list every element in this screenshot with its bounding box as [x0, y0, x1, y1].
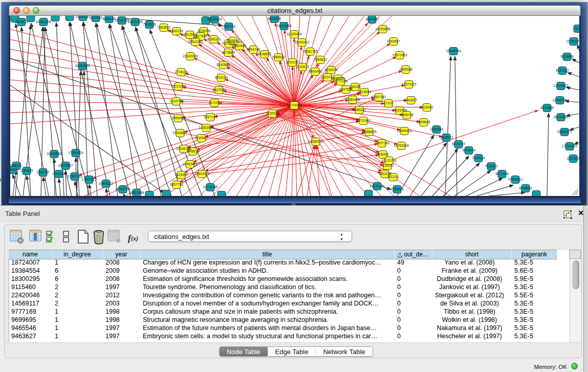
svg-text:3498224: 3498224: [186, 149, 200, 153]
svg-text:20206556: 20206556: [47, 152, 62, 156]
svg-text:16543382: 16543382: [188, 40, 203, 43]
svg-text:10653287: 10653287: [75, 16, 91, 18]
svg-text:19654923: 19654923: [397, 129, 412, 133]
svg-text:19384554: 19384554: [308, 140, 323, 143]
svg-text:252214: 252214: [387, 175, 399, 179]
svg-text:3226058: 3226058: [197, 29, 210, 33]
svg-text:9463627: 9463627: [404, 98, 418, 102]
svg-text:1835942: 1835942: [194, 136, 208, 140]
svg-text:10993489: 10993489: [182, 162, 198, 166]
svg-text:1167533: 1167533: [567, 157, 579, 160]
svg-text:8186323: 8186323: [207, 37, 221, 41]
svg-text:9115460: 9115460: [420, 105, 433, 109]
svg-text:18807249: 18807249: [374, 141, 389, 145]
svg-text:10975867: 10975867: [58, 164, 73, 167]
svg-text:5938923: 5938923: [440, 136, 453, 139]
svg-text:2803144: 2803144: [214, 76, 228, 79]
svg-text:1965493: 1965493: [171, 116, 185, 120]
svg-text:417004: 417004: [209, 101, 220, 104]
svg-text:12905135: 12905135: [67, 174, 82, 178]
svg-text:2087682: 2087682: [365, 17, 379, 21]
svg-text:16154838: 16154838: [375, 27, 390, 31]
svg-text:1527602: 1527602: [89, 16, 102, 19]
svg-text:20053346: 20053346: [75, 64, 90, 68]
svg-text:3220137: 3220137: [286, 60, 299, 64]
svg-text:1393967: 1393967: [387, 39, 400, 43]
svg-text:6466160: 6466160: [102, 17, 116, 20]
svg-text:8215955: 8215955: [540, 106, 554, 110]
svg-text:9245652: 9245652: [519, 186, 532, 190]
svg-text:16210643: 16210643: [553, 115, 569, 119]
svg-text:16640910: 16640910: [294, 40, 310, 44]
svg-text:10958107: 10958107: [98, 182, 114, 185]
svg-text:11325419: 11325419: [287, 32, 302, 36]
svg-text:14136141: 14136141: [369, 184, 385, 188]
svg-text:10654112: 10654112: [508, 178, 523, 181]
svg-text:10688609: 10688609: [361, 130, 377, 134]
svg-text:3624554: 3624554: [358, 90, 371, 94]
svg-text:1930023: 1930023: [266, 112, 279, 115]
svg-text:15716485: 15716485: [203, 185, 218, 189]
svg-text:1405571: 1405571: [15, 20, 28, 24]
svg-text:1162615: 1162615: [296, 65, 309, 69]
svg-text:19756928: 19756928: [394, 144, 409, 147]
svg-text:8813054: 8813054: [268, 17, 281, 20]
svg-text:10507487: 10507487: [371, 95, 386, 99]
svg-text:1112: 1112: [574, 27, 579, 30]
svg-text:22420046: 22420046: [183, 54, 198, 58]
svg-text:7663822: 7663822: [157, 26, 170, 29]
svg-text:2386322: 2386322: [353, 108, 366, 112]
svg-text:(x): (x): [131, 235, 138, 242]
svg-text:10973493: 10973493: [392, 53, 407, 57]
svg-text:17957223: 17957223: [81, 178, 97, 181]
svg-text:5495758: 5495758: [400, 113, 413, 117]
svg-text:12923448: 12923448: [129, 191, 144, 194]
svg-text:3267130: 3267130: [204, 115, 217, 119]
svg-text:7857224: 7857224: [222, 25, 235, 28]
svg-text:17016504: 17016504: [562, 144, 577, 148]
svg-text:2342757: 2342757: [36, 170, 50, 174]
svg-text:9146821: 9146821: [258, 52, 271, 56]
svg-text:10671355: 10671355: [127, 20, 143, 24]
svg-text:7515526: 7515526: [143, 23, 156, 26]
svg-text:10914479: 10914479: [194, 172, 210, 176]
svg-text:20091406: 20091406: [36, 20, 51, 24]
svg-text:16961755: 16961755: [302, 50, 318, 53]
svg-text:7625402: 7625402: [175, 173, 188, 177]
svg-text:16648784: 16648784: [446, 49, 461, 53]
svg-text:12213389: 12213389: [171, 84, 186, 88]
svg-text:6794078: 6794078: [324, 68, 338, 72]
svg-text:8471626: 8471626: [495, 172, 509, 176]
svg-text:6497568: 6497568: [339, 87, 353, 91]
svg-text:16120746: 16120746: [381, 159, 397, 162]
svg-text:1588520: 1588520: [272, 55, 285, 59]
svg-text:19218506: 19218506: [276, 24, 292, 28]
svg-text:19166827: 19166827: [172, 131, 188, 135]
svg-text:1733426: 1733426: [390, 187, 404, 191]
svg-text:9777169: 9777169: [334, 79, 347, 83]
svg-text:1145194: 1145194: [52, 172, 66, 176]
svg-text:2935114: 2935114: [472, 156, 485, 160]
svg-text:10025438: 10025438: [392, 108, 407, 112]
svg-text:1156829: 1156829: [20, 169, 33, 172]
svg-text:12444159: 12444159: [552, 98, 568, 102]
svg-text:17359924: 17359924: [68, 151, 83, 155]
svg-text:21364436: 21364436: [345, 98, 360, 101]
svg-text:15751074: 15751074: [566, 39, 579, 43]
svg-text:9699695: 9699695: [417, 120, 430, 124]
svg-text:7955812: 7955812: [314, 58, 327, 61]
svg-text:1615152: 1615152: [381, 164, 394, 167]
svg-text:7632621: 7632621: [485, 164, 498, 168]
svg-text:12353594: 12353594: [199, 126, 214, 129]
svg-text:8454749: 8454749: [247, 48, 260, 51]
svg-text:12973115: 12973115: [402, 82, 417, 86]
svg-text:8427552: 8427552: [212, 88, 226, 92]
svg-text:18724007: 18724007: [287, 103, 302, 107]
svg-text:39151: 39151: [10, 168, 17, 171]
svg-text:16033809: 16033809: [207, 17, 222, 21]
svg-text:15720407: 15720407: [356, 119, 371, 122]
svg-text:435001: 435001: [11, 164, 22, 167]
svg-text:8912954: 8912954: [183, 33, 197, 36]
svg-text:9990448: 9990448: [309, 70, 322, 73]
svg-text:12093872: 12093872: [553, 84, 569, 87]
